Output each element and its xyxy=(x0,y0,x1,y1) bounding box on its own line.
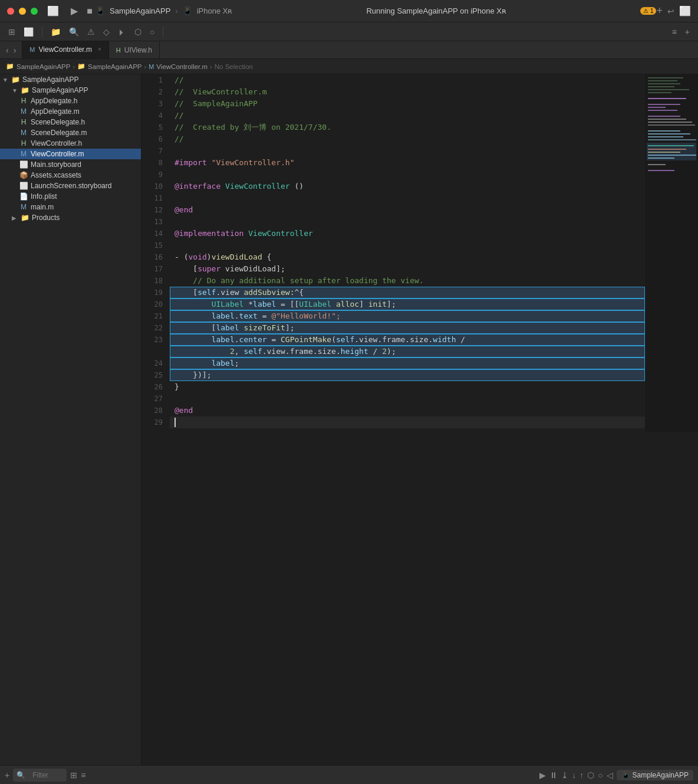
svg-rect-22 xyxy=(648,155,696,156)
report-icon[interactable]: ○ xyxy=(147,26,157,38)
add-tab-icon[interactable]: + xyxy=(656,5,663,17)
code-line-12: @end xyxy=(170,204,645,216)
debug-icon[interactable]: ⏵ xyxy=(116,26,129,38)
breadcrumb-item-1[interactable]: SampleAgainAPP xyxy=(17,63,70,70)
svg-rect-1 xyxy=(648,80,677,81)
line-num: 9 xyxy=(141,169,163,181)
filter-container: 🔍 xyxy=(13,769,67,782)
sidebar-item-main-m[interactable]: M main.m xyxy=(0,202,141,212)
sidebar-root-group[interactable]: ▼ 📁 SampleAgainAPP xyxy=(0,74,141,85)
close-button[interactable] xyxy=(7,8,14,15)
code-line-6: // xyxy=(170,133,645,145)
play-button[interactable]: ▶ xyxy=(68,5,80,17)
header-area: ‹ › M ViewController.m × H UIView.h 📁 Sa… xyxy=(0,41,698,74)
code-line-3: // SampleAgainAPP xyxy=(170,98,645,110)
warning-badge[interactable]: ⚠ 1 xyxy=(640,7,657,15)
sidebar-item-viewcontroller-h[interactable]: H ViewController.h xyxy=(0,138,141,149)
scheme-icon: 📱 xyxy=(621,771,630,779)
sidebar-item-main-storyboard[interactable]: ⬜ Main.storyboard xyxy=(0,159,141,170)
step-over-icon[interactable]: ⤓ xyxy=(561,770,568,780)
h-file-icon: H xyxy=(116,47,121,54)
sidebar-item-scenedelegate-h[interactable]: H SceneDelegate.h xyxy=(0,117,141,127)
breadcrumb-item-3[interactable]: ViewController.m xyxy=(156,63,208,70)
sidebar-item-assets[interactable]: 📦 Assets.xcassets xyxy=(0,170,141,181)
line-num: 24 xyxy=(141,357,163,369)
editor[interactable]: 1 2 3 4 5 6 7 8 9 10 11 12 13 14 15 16 1… xyxy=(141,74,698,765)
minimize-button[interactable] xyxy=(19,8,26,15)
warning-icon[interactable]: ⚠ xyxy=(85,26,97,38)
plist-icon: 📄 xyxy=(19,192,28,201)
h-icon-2: H xyxy=(19,118,28,126)
return-icon[interactable]: ↩ xyxy=(667,6,674,16)
sidebar-item-viewcontroller-m[interactable]: M ViewController.m xyxy=(0,149,141,159)
debug-memory-icon[interactable]: ○ xyxy=(598,770,602,780)
sidebar: ▼ 📁 SampleAgainAPP ▼ 📁 SampleAgainAPP H … xyxy=(0,74,141,765)
device-label: iPhone Xʀ xyxy=(197,6,233,15)
sidebar-item-appdelegate-h[interactable]: H AppDelegate.h xyxy=(0,96,141,106)
add-file-icon[interactable]: + xyxy=(5,770,9,780)
stop-button[interactable]: ■ xyxy=(84,5,96,17)
code-content[interactable]: // // ViewController.m // SampleAgainAPP… xyxy=(170,74,645,432)
minimap-canvas xyxy=(646,74,698,428)
scheme-badge[interactable]: 📱 SampleAgainAPP xyxy=(617,770,693,780)
chevron-right-icon: ▶ xyxy=(12,215,18,221)
list-view-icon[interactable]: ≡ xyxy=(81,770,85,780)
library-icon[interactable]: + xyxy=(683,26,692,38)
search-icon[interactable]: 🔍 xyxy=(67,26,81,38)
svg-rect-7 xyxy=(648,104,680,105)
play-icon-bottom[interactable]: ▶ xyxy=(539,770,546,780)
debug-breakpoints-icon[interactable]: ⬡ xyxy=(587,770,594,780)
line-num: 16 xyxy=(141,251,163,263)
breakpoint-icon[interactable]: ⬡ xyxy=(132,26,144,38)
m-icon: M xyxy=(19,107,28,116)
zoom-button[interactable] xyxy=(31,8,38,15)
svg-rect-4 xyxy=(648,89,689,90)
tab-close-1[interactable]: × xyxy=(98,46,101,53)
code-line-1: // xyxy=(170,74,645,86)
file-name: SceneDelegate.m xyxy=(31,129,87,137)
folder-icon[interactable]: 📁 xyxy=(48,26,63,38)
step-out-icon[interactable]: ↑ xyxy=(580,770,584,780)
sidebar-products-group[interactable]: ▶ 📁 Products xyxy=(0,212,141,223)
filter-input[interactable] xyxy=(28,770,63,780)
sidebar-sub-group[interactable]: ▼ 📁 SampleAgainAPP xyxy=(0,85,141,96)
sidebar-item-appdelegate-m[interactable]: M AppDelegate.m xyxy=(0,106,141,117)
fullscreen-icon[interactable]: ⬜ xyxy=(679,5,691,17)
svg-rect-16 xyxy=(648,136,683,137)
code-line-26: } xyxy=(170,381,645,393)
code-line-23: label.center = CGPointMake(self.view.fra… xyxy=(170,334,645,346)
line-num: 26 xyxy=(141,381,163,393)
svg-rect-8 xyxy=(648,107,666,108)
sidebar-item-scenedelegate-m[interactable]: M SceneDelegate.m xyxy=(0,127,141,138)
file-name: Info.plist xyxy=(31,192,57,201)
m-icon-main: M xyxy=(19,203,28,211)
back-button[interactable]: ‹ xyxy=(5,44,10,56)
grid-icon[interactable]: ⊞ xyxy=(6,26,18,38)
svg-rect-3 xyxy=(648,86,674,87)
scheme-label: SampleAgainAPP xyxy=(633,771,689,779)
sidebar-item-launchscreen[interactable]: ⬜ LaunchScreen.storyboard xyxy=(0,181,141,191)
breadcrumb-item-2[interactable]: SampleAgainAPP xyxy=(88,63,141,70)
products-folder-icon: 📁 xyxy=(20,214,29,222)
code-line-21: label.text = @"HelloWorld!"; xyxy=(170,310,645,322)
pause-icon-bottom[interactable]: ⏸ xyxy=(549,770,558,780)
inspector-icon[interactable]: ≡ xyxy=(670,26,679,38)
simulate-location-icon[interactable]: ◁ xyxy=(607,770,613,780)
tab-uiview-h[interactable]: H UIView.h xyxy=(109,41,160,58)
sidebar-item-info-plist[interactable]: 📄 Info.plist xyxy=(0,191,141,202)
run-controls: ▶ ■ xyxy=(68,5,96,17)
h-icon-3: H xyxy=(19,139,28,147)
grid-view-icon[interactable]: ⊞ xyxy=(70,770,77,780)
xcassets-icon: 📦 xyxy=(19,171,28,179)
line-num: 5 xyxy=(141,122,163,133)
line-num: 1 xyxy=(141,74,163,86)
sidebar-left-icon[interactable]: ⬜ xyxy=(21,26,36,38)
svg-rect-24 xyxy=(648,164,666,165)
svg-rect-9 xyxy=(648,110,677,111)
forward-button[interactable]: › xyxy=(12,44,18,56)
sidebar-toggle-icon[interactable]: ⬜ xyxy=(47,5,59,17)
tab-viewcontroller-m[interactable]: M ViewController.m × xyxy=(22,41,109,58)
test-icon[interactable]: ◇ xyxy=(101,26,112,38)
step-in-icon[interactable]: ↓ xyxy=(572,770,576,780)
line-num: 10 xyxy=(141,181,163,192)
